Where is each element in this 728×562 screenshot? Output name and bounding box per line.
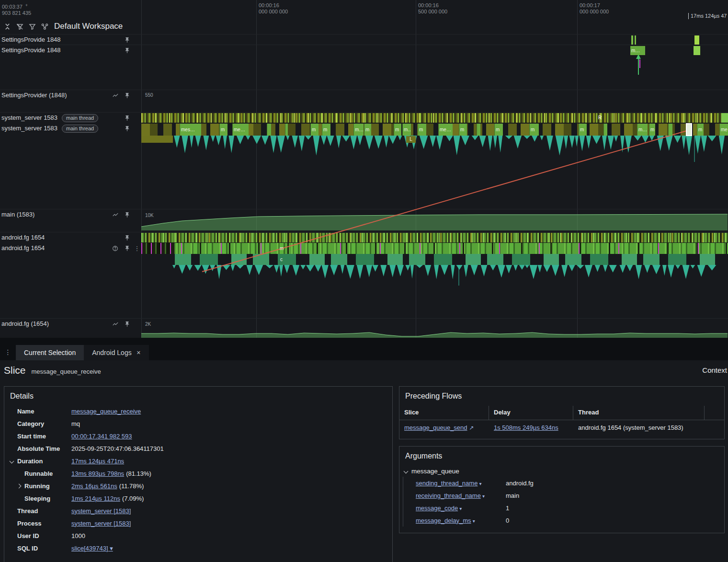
- pin-icon[interactable]: [123, 211, 131, 218]
- mini-slice[interactable]: [694, 35, 699, 45]
- mini-slice[interactable]: [694, 46, 700, 55]
- tab-bar: ⋮ Current Selection Android Logs ✕: [0, 338, 728, 360]
- detail-value[interactable]: 00:00:17.341 982 593: [71, 433, 132, 440]
- chevron-down-icon[interactable]: ▾: [479, 481, 481, 486]
- timeline-slice[interactable]: m: [494, 124, 503, 136]
- argument-key-link[interactable]: sending_thread_name: [416, 480, 478, 487]
- flow-slice-link[interactable]: message_queue_send: [404, 424, 467, 431]
- slice-lane[interactable]: mes…mme…mmm…mmm…mme…mmmmm…mmme: [141, 124, 728, 136]
- show-graph-icon[interactable]: [112, 211, 119, 218]
- track-row-settingsprovider-a[interactable]: SettingsProvide 1848: [0, 34, 141, 45]
- collapse-tracks-icon[interactable]: [3, 23, 11, 31]
- sched-slice[interactable]: [721, 113, 728, 123]
- timeline-slice[interactable]: m: [418, 124, 426, 136]
- timeline-slice[interactable]: m: [322, 124, 330, 136]
- pin-icon[interactable]: [123, 244, 131, 252]
- argument-key-link[interactable]: message_code: [416, 505, 458, 512]
- chevron-down-icon[interactable]: ▾: [459, 506, 462, 511]
- argument-root[interactable]: message_queue: [399, 465, 724, 477]
- pin-icon[interactable]: [123, 125, 131, 132]
- track-menu-icon[interactable]: ⋮: [133, 244, 141, 252]
- chevron-down-icon[interactable]: [10, 459, 14, 463]
- pin-icon[interactable]: [123, 92, 131, 99]
- detail-row: User ID1000: [4, 529, 392, 542]
- detail-value[interactable]: slice[439743]: [71, 545, 108, 552]
- mini-slice[interactable]: [631, 35, 633, 45]
- timeline-slice[interactable]: m: [394, 124, 401, 136]
- detail-label: User ID: [17, 532, 71, 539]
- track-row-settingsprovider-counter[interactable]: SettingsProvider (1848): [0, 90, 141, 113]
- timeline-slice[interactable]: m…: [353, 124, 364, 136]
- chevron-down-icon[interactable]: ▾: [473, 518, 475, 524]
- pin-icon[interactable]: [123, 234, 131, 241]
- detail-value[interactable]: 1ms 214µs 112ns: [71, 495, 120, 502]
- timeline-slice[interactable]: m: [219, 124, 228, 136]
- chevron-right-icon[interactable]: [17, 483, 22, 488]
- pin-icon[interactable]: [123, 114, 131, 122]
- nested-slice[interactable]: L: [406, 136, 416, 143]
- timeline-slice[interactable]: m: [364, 124, 371, 136]
- chevron-down-icon[interactable]: ▾: [482, 493, 485, 499]
- detail-value[interactable]: 13ms 893µs 798ns: [71, 470, 124, 477]
- context-button[interactable]: Context: [702, 366, 727, 374]
- timeline-slice[interactable]: m…: [402, 124, 411, 136]
- track-row-androidfg-sched[interactable]: android.fg 1654: [0, 232, 141, 243]
- track-row-settingsprovider-b[interactable]: SettingsProvide 1848: [0, 45, 141, 56]
- tab-current-selection[interactable]: Current Selection: [16, 345, 84, 360]
- mini-slice[interactable]: [635, 35, 636, 45]
- track-row-androidfg-counter[interactable]: android.fg (1654): [0, 319, 141, 338]
- timeline-slice[interactable]: m…: [637, 124, 648, 136]
- chevron-down-icon[interactable]: ▾: [108, 545, 113, 552]
- argument-key-link[interactable]: message_delay_ms: [416, 517, 471, 524]
- workspace-icon[interactable]: [41, 23, 49, 31]
- tab-android-logs[interactable]: Android Logs ✕: [84, 345, 149, 360]
- filter-icon[interactable]: [28, 23, 36, 31]
- detail-value[interactable]: system_server [1583]: [71, 507, 131, 515]
- timeline-slice[interactable]: [285, 124, 288, 136]
- panel-menu-icon[interactable]: ⋮: [0, 348, 16, 360]
- mini-slice[interactable]: m…: [630, 46, 645, 55]
- timeline-slice[interactable]: me: [719, 124, 728, 136]
- timeline-slice[interactable]: m: [529, 124, 539, 136]
- detail-value[interactable]: system_server [1583]: [71, 520, 131, 527]
- detail-value[interactable]: message_queue_receive: [71, 408, 141, 415]
- track-row-androidfg-slices[interactable]: android.fg 1654 ⋮: [0, 243, 141, 279]
- timeline-slice[interactable]: m: [459, 124, 467, 136]
- detail-value[interactable]: 17ms 124µs 471ns: [71, 458, 124, 465]
- timeline-slice[interactable]: me…: [438, 124, 453, 136]
- show-graph-icon[interactable]: [112, 320, 119, 328]
- timeline-slice[interactable]: [668, 124, 672, 136]
- close-icon[interactable]: ✕: [136, 345, 141, 360]
- timeline-slice[interactable]: m: [310, 124, 318, 136]
- timeline-slice[interactable]: m: [697, 124, 704, 136]
- selected-slice[interactable]: [686, 123, 692, 136]
- filter-off-icon[interactable]: [16, 23, 24, 31]
- sched-track-systemserver[interactable]: [141, 113, 728, 123]
- column-header-thread: Thread: [573, 406, 705, 420]
- pin-icon[interactable]: [123, 46, 131, 54]
- timeline-slice[interactable]: m: [579, 124, 587, 136]
- slice-track-androidfg-depth1[interactable]: [175, 254, 721, 265]
- detail-value[interactable]: 2ms 16µs 561ns: [71, 482, 117, 490]
- argument-key-link[interactable]: receiving_thread_name: [416, 492, 481, 499]
- workspace-title[interactable]: Default Workspace: [54, 22, 123, 31]
- section-header: Details: [4, 387, 392, 405]
- timeline-slice[interactable]: [477, 124, 480, 136]
- slice-track-androidfg-depth0[interactable]: [141, 243, 728, 254]
- pin-icon[interactable]: [123, 36, 131, 44]
- timeline-area[interactable]: 00:03:37+ 903 821 435 00:00:16000 000 00…: [0, 0, 728, 338]
- timeline-slice[interactable]: me…: [232, 124, 249, 136]
- timeline-slice[interactable]: m: [649, 124, 655, 136]
- show-graph-icon[interactable]: [112, 92, 119, 99]
- track-row-systemserver-sched[interactable]: system_server 1583 main thread: [0, 113, 141, 123]
- timeline-slice[interactable]: [603, 124, 607, 136]
- flow-delay-link[interactable]: 1s 508ms 249µs 634ns: [494, 424, 558, 431]
- pin-icon[interactable]: [123, 320, 131, 328]
- open-in-new-icon[interactable]: ↗: [469, 424, 474, 431]
- timeline-slice[interactable]: mes…: [180, 124, 201, 136]
- sched-track-androidfg[interactable]: [141, 233, 728, 242]
- track-row-systemserver-slices[interactable]: system_server 1583 main thread: [0, 123, 141, 158]
- timeline-slice[interactable]: [267, 124, 271, 136]
- track-row-main-counter[interactable]: main (1583): [0, 209, 141, 232]
- help-icon[interactable]: [111, 244, 119, 252]
